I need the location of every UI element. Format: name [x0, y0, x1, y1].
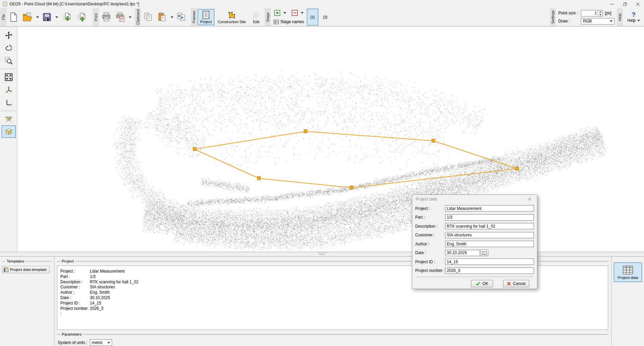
stage-tab-1[interactable]: [1] — [307, 9, 318, 25]
viewport-area — [0, 26, 644, 252]
view-tool-sidebar — [0, 26, 17, 252]
author-field[interactable] — [445, 241, 534, 247]
close-button[interactable] — [631, 0, 644, 8]
construction-site-icon — [227, 11, 236, 19]
print-preview-button[interactable] — [114, 9, 127, 25]
stage-names-icon — [274, 20, 279, 24]
help-control[interactable]: ? Help — [623, 8, 644, 26]
customer-field[interactable] — [445, 232, 534, 238]
add-stage-button[interactable] — [273, 9, 281, 16]
plan-view-axes-button[interactable] — [2, 96, 16, 109]
rotate-view-button[interactable] — [2, 42, 16, 54]
point-size-input[interactable] — [581, 10, 598, 16]
dialog-field-row: Project : — [415, 205, 534, 212]
copy-icon — [143, 12, 153, 22]
copy-picture-button[interactable] — [175, 9, 188, 25]
project-id-field[interactable] — [445, 258, 534, 265]
project-field[interactable] — [445, 205, 534, 212]
part-field[interactable] — [445, 214, 534, 221]
window-controls — [606, 0, 644, 8]
dialog-title-bar[interactable]: Project data ✕ — [412, 195, 537, 204]
pan-tool-button[interactable] — [2, 29, 16, 41]
minimize-button[interactable] — [606, 0, 619, 8]
ok-button[interactable]: OK — [471, 280, 493, 287]
dialog-body: Project : Part : Description : Customer … — [412, 204, 537, 287]
print-preview-dropdown[interactable] — [128, 9, 132, 25]
arrow-down-icon — [599, 14, 601, 15]
paste-dropdown[interactable] — [170, 9, 174, 25]
point-size-unit: [px] — [605, 11, 611, 15]
open-file-dropdown[interactable] — [35, 9, 40, 25]
dialog-field-row: Part : — [415, 214, 534, 221]
fit-to-view-icon — [4, 73, 13, 81]
draw-mode-select[interactable]: RGB — [581, 18, 614, 24]
point-cloud-canvas[interactable] — [17, 26, 644, 252]
draw-label: Draw : — [558, 19, 579, 23]
calendar-button[interactable] — [481, 249, 488, 256]
copy-button[interactable] — [142, 9, 155, 25]
units-select[interactable]: metric — [90, 339, 112, 346]
save-file-dropdown[interactable] — [54, 9, 59, 25]
splitter-grip[interactable] — [317, 252, 327, 255]
export-point-cloud-button[interactable] — [74, 9, 88, 25]
description-field[interactable] — [445, 223, 534, 229]
import-point-cloud-button[interactable] — [59, 9, 73, 25]
bottom-panel: Templates Project data template Project … — [0, 256, 644, 346]
print-button[interactable] — [100, 9, 113, 25]
paste-button[interactable] — [156, 9, 169, 25]
panel-splitter[interactable] — [0, 252, 644, 256]
add-stage-dropdown[interactable] — [282, 12, 287, 14]
save-file-button[interactable] — [40, 9, 54, 25]
project-data-template-button[interactable]: Project data template — [2, 266, 50, 273]
dialog-separator — [416, 277, 533, 277]
stage-controls: Stage names — [271, 8, 306, 26]
cancel-button[interactable]: Cancel — [503, 280, 529, 287]
remove-stage-button[interactable] — [290, 9, 299, 16]
frame-edit-button[interactable]: Edit — [249, 9, 263, 25]
help-group-label: Help — [617, 8, 623, 26]
stage-tab-2[interactable]: [2] — [320, 9, 331, 25]
axes-3d-icon — [4, 85, 13, 94]
point-size-label: Point size : — [558, 11, 579, 15]
frame-project-button[interactable]: Project — [198, 9, 214, 25]
settings-group-label: Settings — [550, 8, 555, 26]
templates-column: Templates Project data template — [0, 256, 54, 346]
chevron-down-icon — [36, 16, 39, 18]
stage-names-button[interactable]: Stage names — [273, 19, 305, 24]
save-icon — [42, 12, 52, 22]
print-group-label: Print — [93, 8, 99, 26]
open-file-button[interactable] — [20, 9, 35, 25]
chevron-down-icon — [171, 16, 173, 18]
new-file-icon — [9, 12, 18, 22]
view-flat-projection-button[interactable] — [2, 113, 16, 125]
zoom-window-button[interactable] — [2, 54, 16, 67]
project-data-button-label: Project data — [618, 276, 638, 280]
template-table-icon — [4, 268, 8, 272]
frame-construction-site-button[interactable]: Construction Site — [215, 9, 249, 25]
clipboard-group-label: Clipboard — [135, 8, 141, 26]
new-file-button[interactable] — [7, 9, 20, 25]
dialog-close-button[interactable]: ✕ — [526, 196, 534, 202]
remove-stage-dropdown[interactable] — [300, 12, 304, 14]
dialog-field-row: Description : — [415, 223, 534, 230]
actions-column: Project data — [611, 256, 644, 346]
view-axonometry-button[interactable] — [2, 125, 16, 138]
dialog-field-row: Project number : — [415, 267, 534, 274]
main-toolbar: File Print Clipboard Frames Project Cons… — [0, 8, 644, 26]
draw-mode-value: RGB — [583, 19, 592, 23]
app-icon — [3, 2, 7, 6]
date-field[interactable] — [445, 250, 480, 256]
dialog-field-row: Date : — [415, 249, 534, 256]
project-number-field[interactable] — [445, 268, 534, 274]
axonometry-axes-button[interactable] — [2, 83, 16, 96]
point-size-up-button[interactable] — [598, 10, 602, 13]
project-data-button[interactable]: Project data — [614, 263, 642, 282]
fit-to-view-button[interactable] — [2, 71, 16, 83]
copy-picture-icon — [176, 12, 186, 22]
rotate-orbit-icon — [4, 44, 13, 52]
restore-button[interactable] — [619, 0, 631, 8]
summary-row: Author :Eng. Smith — [60, 290, 608, 295]
remove-stage-icon — [291, 10, 298, 16]
help-button-label: Help — [627, 18, 636, 23]
point-size-down-button[interactable] — [598, 13, 602, 16]
